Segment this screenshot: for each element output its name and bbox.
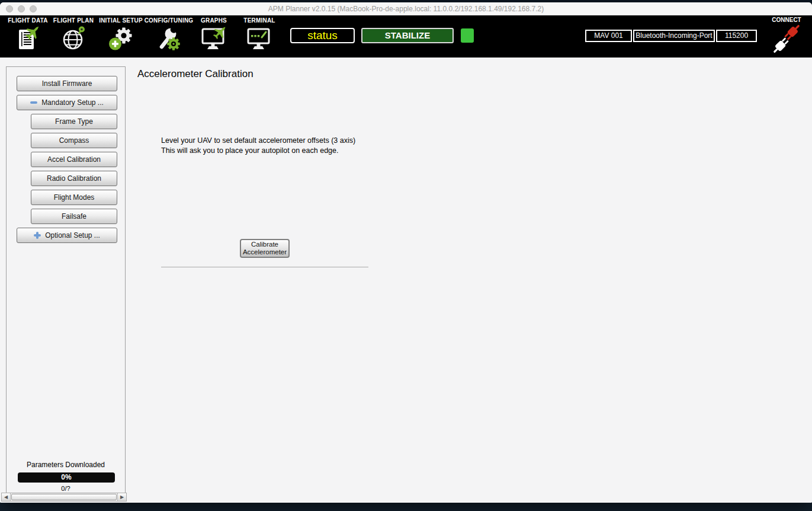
connect-button[interactable]: CONNECT <box>768 17 805 57</box>
sidebar-item-label: Compass <box>59 136 89 145</box>
tab-initial-setup[interactable]: INITIAL SETUP <box>96 17 146 56</box>
tab-graphs[interactable]: GRAPHS <box>189 17 239 56</box>
calibrate-button-line-1: Calibrate <box>241 241 288 248</box>
window-title: APM Planner v2.0.15 (MacBook-Pro-de-appl… <box>0 5 812 13</box>
instruction-line-1: Level your UAV to set default accelerome… <box>161 136 355 146</box>
sidebar-item-radio-calibration[interactable]: Radio Calibration <box>31 171 117 186</box>
collapse-minus-icon <box>30 101 37 104</box>
setup-sidebar: Install Firmware Mandatory Setup ... Fra… <box>6 66 126 501</box>
tab-config-tuning[interactable]: CONFIG/TUNING <box>144 17 194 56</box>
sidebar-item-label: Mandatory Setup ... <box>41 98 104 107</box>
initial-setup-icon <box>96 24 146 52</box>
calibrate-accelerometer-button[interactable]: Calibrate Accelerometer <box>240 239 290 258</box>
connect-label: CONNECT <box>768 17 805 23</box>
sidebar-item-label: Optional Setup ... <box>45 231 100 239</box>
tab-flight-data-label: FLIGHT DATA <box>3 17 53 24</box>
mav-id-display: MAV 001 <box>585 30 632 42</box>
sidebar-item-label: Accel Calibration <box>47 155 101 164</box>
tab-flight-plan[interactable]: FLIGHT PLAN <box>49 17 98 56</box>
sidebar-item-label: Frame Type <box>55 117 93 126</box>
tab-initial-setup-label: INITIAL SETUP <box>96 17 146 24</box>
config-tuning-icon <box>144 24 194 52</box>
terminal-icon <box>235 24 284 52</box>
sidebar-item-accel-calibration[interactable]: Accel Calibration <box>31 152 117 167</box>
calibrate-button-line-2: Accelerometer <box>241 248 288 256</box>
sidebar-item-label: Radio Calibration <box>47 174 101 183</box>
scroll-right-icon[interactable] <box>117 493 126 501</box>
sidebar-item-failsafe[interactable]: Failsafe <box>31 209 117 224</box>
parameter-count: 0/? <box>7 485 125 492</box>
sidebar-item-mandatory-setup[interactable]: Mandatory Setup ... <box>17 95 117 110</box>
titlebar: APM Planner v2.0.15 (MacBook-Pro-de-appl… <box>0 2 812 15</box>
status-button[interactable]: status <box>290 28 355 43</box>
sidebar-item-label: Failsafe <box>62 212 86 221</box>
baud-rate-select[interactable]: 115200 <box>716 30 757 42</box>
sidebar-item-compass[interactable]: Compass <box>31 133 117 148</box>
tab-terminal-label: TERMINAL <box>235 17 284 24</box>
sidebar-item-label: Flight Modes <box>54 193 95 202</box>
app-window: APM Planner v2.0.15 (MacBook-Pro-de-appl… <box>0 2 812 503</box>
connect-plug-icon <box>769 48 804 58</box>
parameters-downloaded-label: Parameters Downloaded <box>7 461 125 469</box>
tab-graphs-label: GRAPHS <box>189 17 239 24</box>
calibration-instructions: Level your UAV to set default accelerome… <box>161 136 355 156</box>
sidebar-item-frame-type[interactable]: Frame Type <box>31 114 117 129</box>
expand-plus-icon <box>34 232 41 239</box>
tab-flight-data[interactable]: FLIGHT DATA <box>3 17 53 56</box>
sidebar-item-label: Install Firmware <box>42 79 92 88</box>
section-divider <box>161 267 368 267</box>
sidebar-item-optional-setup[interactable]: Optional Setup ... <box>17 228 117 243</box>
tab-config-tuning-label: CONFIG/TUNING <box>144 17 194 24</box>
arm-state-indicator <box>461 28 474 43</box>
sidebar-item-install-firmware[interactable]: Install Firmware <box>17 76 117 91</box>
tab-flight-plan-label: FLIGHT PLAN <box>49 17 98 24</box>
instruction-line-2: This will ask you to place your autopilo… <box>161 146 355 156</box>
scrollbar-thumb[interactable] <box>11 494 117 500</box>
graphs-icon <box>189 24 239 52</box>
sidebar-horizontal-scrollbar[interactable] <box>1 493 127 502</box>
flight-mode-display[interactable]: STABILIZE <box>361 28 454 43</box>
tab-terminal[interactable]: TERMINAL <box>235 17 284 56</box>
parameter-progress-bar: 0% <box>18 472 115 483</box>
link-port-select[interactable]: Bluetooth-Incoming-Port <box>633 30 715 42</box>
content-area: Install Firmware Mandatory Setup ... Fra… <box>0 58 812 503</box>
scroll-left-icon[interactable] <box>2 493 11 501</box>
sidebar-item-flight-modes[interactable]: Flight Modes <box>31 190 117 205</box>
main-toolbar: FLIGHT DATA FLIGHT PLAN <box>0 15 812 58</box>
flight-data-icon <box>3 24 53 52</box>
flight-plan-icon <box>49 24 98 52</box>
page-title: Accelerometer Calibration <box>137 68 253 80</box>
